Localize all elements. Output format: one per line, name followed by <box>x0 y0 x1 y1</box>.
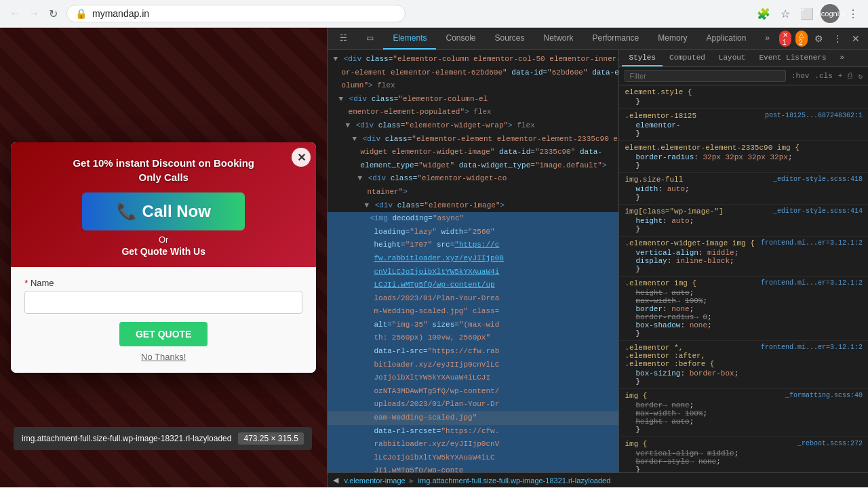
popup-close-button[interactable]: ✕ <box>292 148 311 167</box>
subtab-event-listeners[interactable]: Event Listeners <box>752 50 833 66</box>
tab-sources[interactable]: Sources <box>486 28 534 49</box>
website-preview: ✕ Get 10% instant Discount on Booking On… <box>0 28 327 487</box>
style-rule: height→ auto; <box>625 418 863 426</box>
dom-line: ntainer"> <box>328 186 618 199</box>
popup-overlay: ✕ Get 10% instant Discount on Booking On… <box>0 28 327 487</box>
subtab-more[interactable]: » <box>833 50 852 66</box>
style-rule: max-width→ 100%; <box>625 409 863 418</box>
style-rule: vertical-align→ middle; <box>625 449 863 458</box>
tab-console[interactable]: Console <box>436 28 485 49</box>
devtools-more-icon[interactable]: ⋮ <box>830 30 845 47</box>
dom-line-selected: loads/2023/01/Plan-Your-Drea <box>328 292 618 306</box>
name-required-marker: * <box>24 278 28 288</box>
extensions-icon[interactable]: 🧩 <box>755 5 772 22</box>
tab-groups-icon[interactable]: ⬜ <box>799 5 815 22</box>
triangle-icon[interactable]: ▼ <box>357 174 362 182</box>
dom-panel[interactable]: ▼ <div class="elementor-column elementor… <box>328 50 619 472</box>
breadcrumb-item-1[interactable]: v.elementor-image <box>344 476 405 485</box>
dom-line-selected: bitloader.xyz/eyJIIjp0cnVlLC <box>328 359 618 372</box>
bookmark-icon[interactable]: ☆ <box>777 5 793 22</box>
style-closing: } <box>625 466 863 472</box>
dom-line: ementor-element-populated"> flex <box>328 106 618 119</box>
style-closing: } <box>625 161 863 169</box>
devtools-close-icon[interactable]: ✕ <box>849 30 863 47</box>
devtools-icon-element[interactable]: ☵ <box>330 28 357 49</box>
get-quote-button[interactable]: GET QUOTE <box>119 322 208 346</box>
style-block-element: element.style { } <box>619 85 868 109</box>
dom-line: olumn"> flex <box>328 79 618 93</box>
element-tooltip: img.attachment-full.size-full.wp-image-1… <box>14 427 312 450</box>
triangle-icon[interactable]: ▼ <box>345 121 350 129</box>
hov-label[interactable]: :hov <box>791 72 809 80</box>
dom-line-selected: eam-Wedding-scaled.jpg" <box>328 411 618 425</box>
breadcrumb-item-2[interactable]: img.attachment-full.size-full.wp-image-1… <box>418 476 611 485</box>
triangle-icon[interactable]: ▼ <box>338 95 343 103</box>
subtab-styles[interactable]: Styles <box>622 50 663 66</box>
style-source[interactable]: post-18125...687248362:1 <box>765 112 863 119</box>
call-now-button[interactable]: 📞 Call Now <box>82 192 245 230</box>
forward-button[interactable]: → <box>26 5 42 22</box>
tab-memory[interactable]: Memory <box>648 28 696 49</box>
refresh-icon[interactable]: ↻ <box>858 72 863 81</box>
dom-line: ▼ <div class="elementor-widget-wrap"> fl… <box>328 119 618 133</box>
popup-discount-text: Get 10% instant Discount on Booking Only… <box>73 156 254 184</box>
style-block-widget-image: frontend.mi...er=3.12.1:2 .elementor-wid… <box>619 237 868 277</box>
dom-line: or-element elementor-element-62bd60e" da… <box>328 66 618 80</box>
no-thanks-link[interactable]: No Thanks! <box>24 352 302 362</box>
tab-elements[interactable]: Elements <box>383 28 436 49</box>
add-style-icon[interactable]: + <box>838 72 843 80</box>
menu-icon[interactable]: ⋮ <box>845 5 861 22</box>
profile-button[interactable]: Incognito <box>821 4 840 23</box>
address-bar[interactable]: 🔒 mymandap.in <box>66 5 406 22</box>
styles-subtabs: Styles Computed Layout Event Listeners » <box>619 50 868 67</box>
style-source[interactable]: _editor-style.scss:418 <box>773 176 863 183</box>
style-source[interactable]: _editor-style.scss:414 <box>773 207 863 215</box>
tab-network[interactable]: Network <box>534 28 583 49</box>
tab-application[interactable]: Application <box>697 28 756 49</box>
style-rule: border-radius→ 0; <box>625 313 863 321</box>
triangle-icon[interactable]: ▼ <box>364 201 369 209</box>
style-closing: } <box>625 378 863 386</box>
style-source[interactable]: _reboot.scss:272 <box>797 440 863 447</box>
dom-line-selected: JoIjoibXltYW5kYXAuaW4iLCJI <box>328 371 618 385</box>
style-source[interactable]: frontend.mi...er=3.12.1:2 <box>761 239 863 247</box>
styles-toolbar: :hov .cls + ⎙ ↻ <box>619 67 868 85</box>
style-rule: border→ none; <box>625 401 863 409</box>
style-source[interactable]: frontend.mi...er=3.12.1:2 <box>761 344 863 351</box>
subtab-computed[interactable]: Computed <box>663 50 712 66</box>
devtools-tabs: ☵ ▭ Elements Console Sources Network Per… <box>328 28 868 50</box>
copy-icon[interactable]: ⎙ <box>848 72 852 80</box>
name-field-group: * Name <box>24 278 302 314</box>
devtools-settings-icon[interactable]: ⚙ <box>812 30 826 47</box>
style-closing: } <box>625 329 863 338</box>
filter-input[interactable] <box>625 70 786 82</box>
dom-line-selected: JIi.wMTg5fQ/wp-conte <box>328 464 618 472</box>
name-label: * Name <box>24 278 302 288</box>
style-rule: height: auto; <box>625 217 863 225</box>
triangle-icon[interactable]: ▼ <box>333 55 338 63</box>
tab-more[interactable]: » <box>755 28 779 49</box>
style-rule: elementor- <box>625 121 863 129</box>
style-rule: border: none; <box>625 305 863 313</box>
style-source[interactable]: _formatting.scss:40 <box>785 392 863 399</box>
bottom-arrow-left[interactable]: ◀ <box>333 476 338 485</box>
back-button[interactable]: ← <box>7 5 23 22</box>
browser-actions: 🧩 ☆ ⬜ Incognito ⋮ <box>755 4 861 23</box>
error-badge: ✕ 1 <box>779 30 791 47</box>
style-rule: border-radius: 32px 32px 32px 32px; <box>625 153 863 161</box>
reload-button[interactable]: ↻ <box>45 5 61 22</box>
subtab-layout[interactable]: Layout <box>712 50 753 66</box>
dom-line-selected: th: 2560px) 100vw, 2560px" <box>328 331 618 345</box>
triangle-icon[interactable]: ▼ <box>352 135 357 143</box>
tab-performance[interactable]: Performance <box>583 28 649 49</box>
dom-line-selected: cnVlLCJoIjoibXltYW5kYXAuaW4i <box>328 266 618 279</box>
name-input[interactable] <box>24 291 302 314</box>
style-rule: vertical-align: middle; <box>625 249 863 257</box>
devtools-icon-mobile[interactable]: ▭ <box>357 28 383 49</box>
dom-line-selected: alt="img-35" sizes="(max-wid <box>328 319 618 332</box>
lock-icon: 🔒 <box>75 8 87 19</box>
cls-label[interactable]: .cls <box>814 72 832 80</box>
style-source[interactable]: frontend.mi...er=3.12.1:2 <box>761 279 863 287</box>
dom-line-selected: uploads/2023/01/Plan-Your-Dr <box>328 398 618 411</box>
url-text: mymandap.in <box>92 8 397 19</box>
